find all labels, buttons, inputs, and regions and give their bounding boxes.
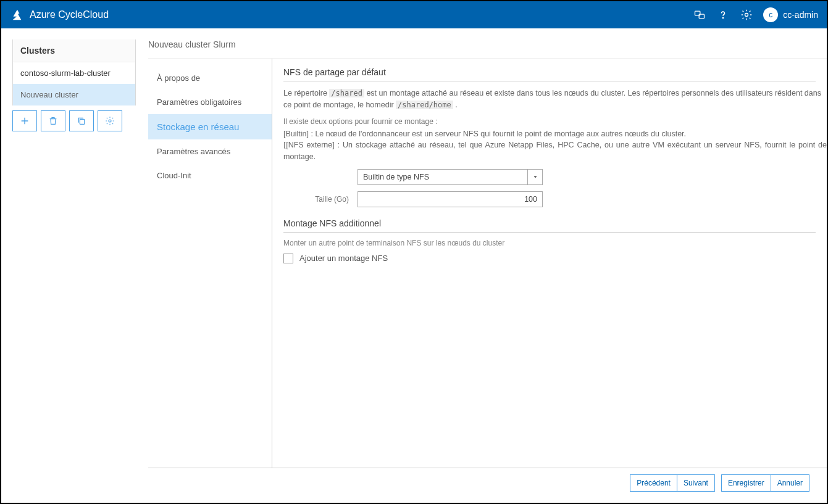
nfs-type-row: Builtin de type NFS [283, 169, 827, 185]
svg-point-3 [745, 14, 748, 17]
username: cc-admin [783, 10, 818, 20]
sidebar-toolbar [1, 105, 136, 143]
step-cloud-init[interactable]: Cloud-Init [148, 163, 272, 188]
size-label: Taille (Go) [283, 195, 358, 204]
options-intro: Il existe deux options pour fournir ce m… [283, 117, 827, 126]
add-nfs-checkbox[interactable] [283, 254, 293, 263]
sidebar-item-contoso[interactable]: contoso-slurm-lab-cluster [13, 62, 135, 84]
topbar: Azure CycleCloud c cc-admin [1, 1, 827, 28]
sidebar-title: Clusters [13, 39, 135, 62]
settings-icon[interactable] [740, 8, 753, 22]
code-shared-home: /shared/home [396, 101, 453, 109]
avatar: c [763, 7, 778, 22]
chevron-down-icon [527, 170, 542, 184]
nfs-type-select[interactable]: Builtin de type NFS [358, 169, 543, 185]
prev-button[interactable]: Précédent [630, 474, 677, 492]
section-default-nfs-title: NFS de partage par défaut [283, 66, 816, 81]
feedback-icon[interactable] [693, 8, 706, 22]
prev-next-group: Précédent Suivant [630, 474, 715, 492]
app-title: Azure CycleCloud [30, 9, 109, 20]
form-content: NFS de partage par défaut Le répertoire … [272, 59, 827, 468]
logo[interactable]: Azure CycleCloud [10, 8, 109, 22]
option-external: [[NFS externe] : Un stockage attaché au … [283, 139, 827, 163]
clusters-sidebar: Clusters contoso-slurm-lab-cluster Nouve… [12, 39, 136, 105]
help-icon[interactable] [716, 8, 730, 22]
additional-nfs-desc: Monter un autre point de terminaison NFS… [283, 239, 827, 247]
add-cluster-button[interactable] [12, 110, 37, 131]
size-input[interactable] [358, 191, 543, 207]
nfs-description: Le répertoire /shared est un montage att… [283, 88, 827, 111]
nfs-type-value: Builtin de type NFS [363, 173, 429, 181]
step-about[interactable]: À propos de [148, 66, 272, 90]
code-shared: /shared [329, 89, 364, 97]
azure-logo-icon [10, 8, 23, 22]
delete-cluster-button[interactable] [41, 110, 65, 131]
cancel-button[interactable]: Annuler [771, 474, 809, 492]
svg-rect-4 [80, 119, 84, 124]
wizard-footer: Précédent Suivant Enregistrer Annuler [148, 468, 827, 503]
copy-cluster-button[interactable] [69, 110, 94, 131]
section-additional-nfs-title: Montage NFS additionnel [283, 217, 816, 233]
step-network-storage[interactable]: Stockage en réseau [148, 114, 272, 139]
save-cancel-group: Enregistrer Annuler [721, 474, 809, 492]
option-builtin: [Builtin] : Le nœud de l'ordonnanceur es… [283, 128, 827, 140]
sidebar-item-new-cluster[interactable]: Nouveau cluster [13, 84, 135, 105]
size-row: Taille (Go) [283, 191, 827, 207]
cluster-settings-button[interactable] [98, 110, 122, 131]
step-required-settings[interactable]: Paramètres obligatoires [148, 90, 272, 114]
next-button[interactable]: Suivant [677, 474, 715, 492]
topbar-actions: c cc-admin [693, 7, 818, 22]
save-button[interactable]: Enregistrer [721, 474, 771, 492]
add-nfs-row: Ajouter un montage NFS [283, 254, 827, 263]
add-nfs-label: Ajouter un montage NFS [299, 254, 388, 263]
step-advanced-settings[interactable]: Paramètres avancés [148, 139, 272, 163]
page-title: Nouveau cluster Slurm [148, 39, 827, 58]
svg-point-2 [723, 17, 724, 18]
svg-point-5 [109, 120, 111, 122]
user-menu[interactable]: c cc-admin [763, 7, 818, 22]
wizard-steps: À propos de Paramètres obligatoires Stoc… [148, 59, 272, 468]
